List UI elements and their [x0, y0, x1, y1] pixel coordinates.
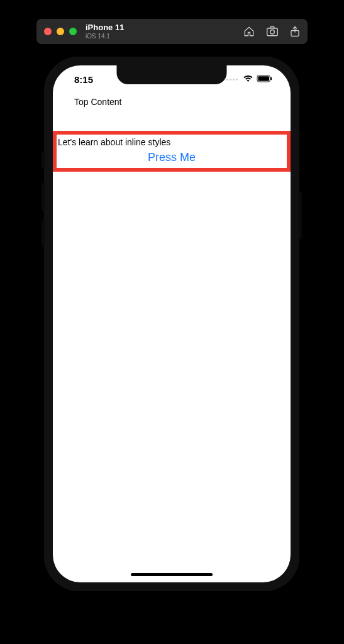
svg-point-1	[270, 30, 275, 35]
home-icon[interactable]	[243, 26, 255, 37]
fullscreen-window-button[interactable]	[69, 28, 77, 35]
minimize-window-button[interactable]	[57, 28, 64, 35]
share-icon[interactable]	[290, 26, 300, 37]
power-button[interactable]	[299, 192, 302, 239]
simulator-os-version: iOS 14.1	[86, 33, 124, 40]
battery-icon	[257, 74, 273, 85]
window-controls	[44, 28, 77, 35]
volume-down-button[interactable]	[42, 219, 45, 247]
svg-rect-0	[267, 28, 278, 36]
top-content-label: Top Content	[53, 97, 291, 107]
simulator-title-block: iPhone 11 iOS 14.1	[86, 23, 124, 39]
inline-styles-text: Let's learn about inline styles	[57, 137, 287, 147]
phone-frame: 8:15 Top Content Let's learn about inlin…	[44, 57, 299, 591]
screenshot-icon[interactable]	[266, 26, 279, 37]
simulator-toolbar	[243, 26, 300, 37]
cellular-signal-icon	[226, 79, 238, 80]
phone-screen: 8:15 Top Content Let's learn about inlin…	[53, 65, 291, 582]
notch	[117, 65, 227, 84]
silent-switch[interactable]	[42, 151, 45, 169]
wifi-icon	[243, 74, 253, 85]
svg-rect-5	[270, 77, 272, 80]
app-content: Top Content Let's learn about inline sty…	[53, 93, 291, 172]
close-window-button[interactable]	[44, 28, 52, 35]
status-time: 8:15	[74, 74, 93, 85]
home-indicator[interactable]	[131, 573, 213, 576]
inline-styles-box: Let's learn about inline styles Press Me	[53, 131, 291, 172]
svg-rect-4	[258, 76, 269, 80]
volume-up-button[interactable]	[42, 182, 45, 211]
simulator-titlebar: iPhone 11 iOS 14.1	[36, 19, 308, 44]
status-right	[226, 74, 273, 85]
press-me-button[interactable]: Press Me	[57, 151, 287, 164]
simulator-device-name: iPhone 11	[86, 23, 124, 32]
